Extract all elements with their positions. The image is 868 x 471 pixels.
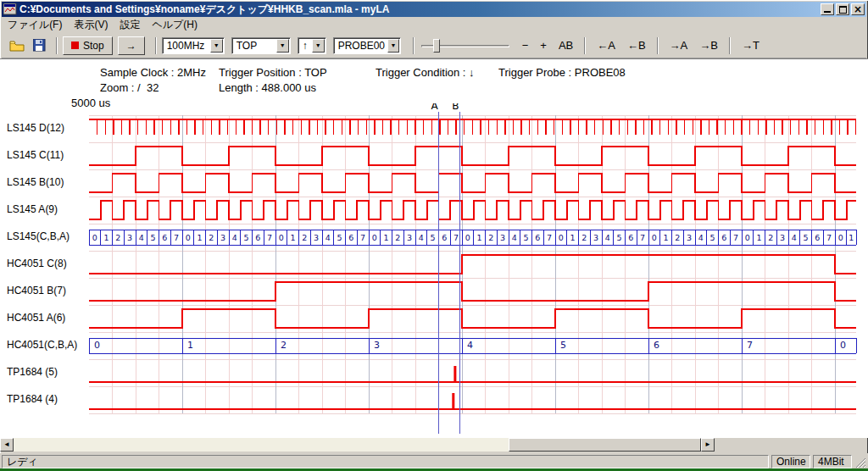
- run-arrow-icon: →: [126, 40, 136, 52]
- chevron-down-icon[interactable]: ▼: [387, 39, 399, 53]
- svg-text:7: 7: [747, 340, 753, 351]
- menu-file[interactable]: ファイル(F): [2, 16, 68, 34]
- svg-text:4: 4: [512, 233, 517, 242]
- svg-text:4: 4: [326, 233, 331, 242]
- svg-text:0: 0: [838, 233, 843, 242]
- svg-text:0: 0: [559, 233, 564, 242]
- svg-text:3: 3: [593, 233, 598, 242]
- svg-text:6: 6: [721, 233, 726, 242]
- length-info: Length : 488.000 us: [219, 81, 316, 94]
- svg-text:3: 3: [500, 233, 505, 242]
- goto-cursor-a-left-button[interactable]: ←A: [592, 37, 620, 53]
- svg-text:1: 1: [291, 233, 296, 242]
- trigger-position-info: Trigger Position : TOP: [219, 66, 327, 79]
- stop-icon: [71, 42, 79, 49]
- close-button[interactable]: ×: [851, 3, 865, 15]
- zoom-slider[interactable]: [421, 37, 509, 54]
- run-button[interactable]: →: [118, 36, 145, 55]
- chevron-down-icon[interactable]: ▼: [312, 39, 325, 53]
- trigger-probe-info: Trigger Probe : PROBE08: [498, 66, 626, 79]
- sample-clock-select[interactable]: 100MHz ▼: [162, 37, 225, 54]
- chevron-down-icon[interactable]: ▼: [210, 39, 223, 53]
- chevron-down-icon[interactable]: ▼: [276, 39, 289, 53]
- svg-text:6: 6: [654, 340, 659, 351]
- svg-text:B: B: [452, 103, 459, 112]
- zoom-in-button[interactable]: +: [535, 37, 552, 53]
- trigger-edge-select[interactable]: ↑ ▼: [298, 37, 326, 54]
- trigger-position-select[interactable]: TOP ▼: [231, 37, 291, 54]
- svg-text:2: 2: [209, 233, 214, 242]
- window-title: C:¥Documents and Settings¥noname¥デスクトップ¥…: [19, 2, 821, 17]
- svg-text:5: 5: [244, 233, 249, 242]
- minimize-icon: [824, 6, 831, 13]
- svg-text:6: 6: [255, 233, 260, 242]
- svg-text:7: 7: [733, 233, 738, 242]
- status-memory: 4MBit: [813, 455, 852, 468]
- resize-grip[interactable]: [854, 455, 866, 468]
- open-file-button[interactable]: [7, 36, 27, 55]
- svg-text:4: 4: [419, 233, 424, 242]
- toolbar-separator: [584, 37, 586, 54]
- menubar: ファイル(F) 表示(V) 設定 ヘルプ(H): [2, 17, 866, 33]
- svg-text:2: 2: [395, 233, 400, 242]
- svg-text:7: 7: [267, 233, 272, 242]
- svg-text:A: A: [431, 103, 438, 112]
- waveform-plot[interactable]: 0123456701234567012345670123456701234567…: [0, 103, 868, 435]
- svg-text:0: 0: [94, 340, 100, 351]
- minimize-button[interactable]: [821, 3, 834, 15]
- slider-thumb[interactable]: [433, 39, 440, 53]
- menu-help[interactable]: ヘルプ(H): [146, 16, 203, 34]
- svg-text:1: 1: [104, 233, 109, 242]
- svg-text:6: 6: [162, 233, 167, 242]
- horizontal-scrollbar[interactable]: ◄ ►: [0, 438, 715, 452]
- svg-text:4: 4: [792, 233, 797, 242]
- goto-cursor-b-right-button[interactable]: →B: [694, 37, 723, 53]
- svg-text:0: 0: [840, 340, 846, 351]
- svg-text:2: 2: [281, 340, 287, 351]
- save-button[interactable]: [29, 36, 49, 55]
- trigger-probe-value: PROBE00: [334, 40, 387, 52]
- app-window: C:¥Documents and Settings¥noname¥デスクトップ¥…: [0, 0, 868, 468]
- svg-text:3: 3: [687, 233, 692, 242]
- svg-text:2: 2: [768, 233, 773, 242]
- svg-text:2: 2: [115, 233, 120, 242]
- svg-text:4: 4: [698, 233, 704, 242]
- svg-text:7: 7: [453, 233, 459, 242]
- toolbar-separator: [155, 37, 157, 54]
- status-online: Online: [771, 455, 810, 468]
- svg-text:3: 3: [127, 233, 132, 242]
- scroll-left-button[interactable]: ◄: [0, 438, 14, 452]
- maximize-button[interactable]: [836, 3, 849, 15]
- menu-settings[interactable]: 設定: [114, 16, 146, 34]
- toolbar-separator: [413, 37, 415, 54]
- stop-button[interactable]: Stop: [63, 36, 113, 55]
- svg-text:5: 5: [524, 233, 529, 242]
- zoom-ab-button[interactable]: AB: [554, 37, 578, 53]
- svg-text:1: 1: [477, 233, 482, 242]
- goto-cursor-a-right-button[interactable]: →A: [665, 37, 693, 53]
- zoom-info: Zoom : / 32: [100, 81, 159, 94]
- zoom-out-button[interactable]: −: [517, 37, 534, 53]
- status-message: レディ: [2, 455, 769, 468]
- toolbar-separator: [729, 37, 731, 54]
- svg-text:7: 7: [826, 233, 832, 242]
- toolbar: Stop → 100MHz ▼ TOP ▼ ↑ ▼ PROBE00 ▼ − + …: [2, 33, 866, 58]
- svg-text:4: 4: [232, 233, 237, 242]
- goto-cursor-b-left-button[interactable]: ←B: [622, 37, 651, 53]
- trigger-probe-select[interactable]: PROBE00 ▼: [333, 37, 401, 54]
- svg-text:0: 0: [92, 233, 97, 242]
- titlebar[interactable]: C:¥Documents and Settings¥noname¥デスクトップ¥…: [2, 2, 866, 17]
- goto-trigger-button[interactable]: →T: [737, 37, 765, 53]
- scrollbar-thumb[interactable]: [509, 438, 701, 452]
- sample-clock-value: 100MHz: [163, 40, 210, 52]
- svg-text:3: 3: [374, 340, 380, 351]
- maximize-icon: [839, 6, 847, 14]
- trigger-position-value: TOP: [232, 40, 276, 52]
- svg-text:3: 3: [220, 233, 225, 242]
- menu-view[interactable]: 表示(V): [68, 16, 114, 34]
- close-icon: ×: [854, 5, 862, 14]
- svg-text:4: 4: [139, 233, 144, 242]
- svg-text:6: 6: [348, 233, 353, 242]
- svg-text:5: 5: [431, 233, 436, 242]
- scroll-right-button[interactable]: ►: [701, 438, 715, 452]
